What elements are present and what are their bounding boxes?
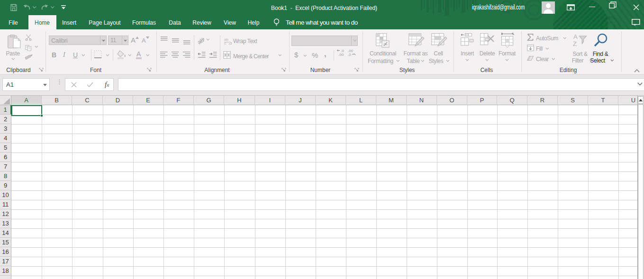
svg-text:.00: .00 — [338, 53, 344, 57]
svg-text:Z: Z — [573, 40, 577, 46]
svg-text:A: A — [573, 33, 578, 40]
svg-text:.0: .0 — [348, 53, 351, 57]
svg-text:c: c — [224, 41, 226, 45]
